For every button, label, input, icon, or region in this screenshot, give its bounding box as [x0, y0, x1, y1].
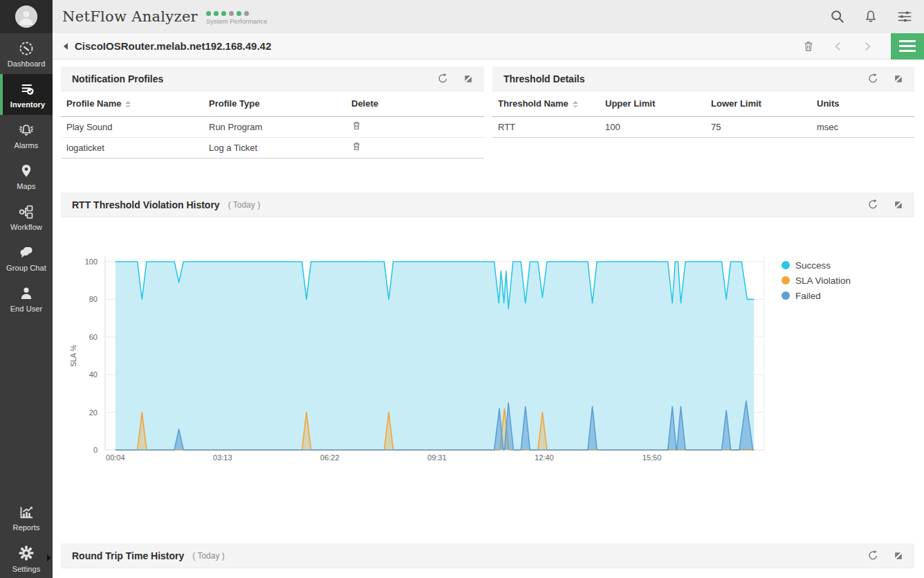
legend-dot-icon: [782, 291, 790, 300]
next-device-button[interactable]: [862, 41, 873, 52]
table-row: Play Sound Run Program: [61, 116, 484, 137]
person-icon: [18, 285, 35, 302]
status-dot-icon: [229, 11, 234, 16]
sidebar-item-alarms[interactable]: Alarms: [0, 115, 53, 156]
avatar[interactable]: [15, 6, 37, 28]
gauge-icon: [18, 40, 35, 57]
inventory-list-check-icon: [19, 81, 36, 98]
notifications-button[interactable]: [863, 9, 878, 24]
panel-title: Notification Profiles: [72, 73, 163, 84]
panel-title: Round Trip Time History: [72, 550, 184, 561]
delete-profile-button[interactable]: [351, 141, 362, 152]
trash-icon: [802, 40, 815, 53]
settings-flyout-arrow-icon[interactable]: [47, 554, 51, 561]
sidebar-item-end-user[interactable]: End User: [0, 278, 53, 319]
app-root: Dashboard Inventory Alarms: [0, 0, 924, 578]
delete-device-button[interactable]: [802, 40, 815, 53]
sidebar-item-group-chat[interactable]: Group Chat: [0, 237, 53, 278]
expand-button[interactable]: [894, 199, 903, 210]
cell-profile-type: Log a Ticket: [203, 137, 346, 158]
chevron-left-icon: [833, 41, 844, 52]
delete-profile-button[interactable]: [351, 120, 362, 131]
logo-subtitle: System Performance: [206, 17, 268, 25]
device-title: CiscoIOSRouter.melab.net192.168.49.42: [75, 40, 271, 52]
status-dot-icon: [244, 11, 249, 16]
refresh-icon: [867, 199, 878, 210]
column-header-profile-name[interactable]: Profile Name: [61, 91, 203, 116]
refresh-icon: [436, 73, 448, 84]
svg-text:SLA %: SLA %: [69, 345, 77, 367]
notification-profiles-table: Profile Name Profile Type Delete Play So…: [61, 91, 484, 159]
svg-text:15:50: 15:50: [643, 453, 662, 462]
svg-text:12:40: 12:40: [535, 453, 554, 462]
status-dot-icon: [237, 11, 241, 16]
svg-text:80: 80: [89, 295, 98, 303]
prev-device-button[interactable]: [833, 41, 844, 52]
sort-arrows-icon: [125, 101, 131, 108]
svg-text:09:31: 09:31: [427, 453, 447, 462]
cell-profile-type: Run Program: [203, 116, 346, 137]
filter-sliders-button[interactable]: [896, 9, 913, 24]
cell-lower-limit: 75: [705, 116, 811, 137]
legend-label: Failed: [795, 291, 821, 301]
cell-units: msec: [811, 116, 914, 137]
refresh-button[interactable]: [867, 73, 878, 84]
sidebar-item-label: End User: [10, 305, 43, 313]
hamburger-menu-button[interactable]: [891, 33, 924, 60]
table-row: RTT 100 75 msec: [492, 116, 914, 137]
svg-text:06:22: 06:22: [320, 453, 340, 462]
legend-dot-icon: [782, 261, 790, 269]
svg-text:0: 0: [93, 446, 98, 454]
sidebar-item-maps[interactable]: Maps: [0, 156, 53, 197]
sidebar-item-label: Dashboard: [8, 60, 46, 68]
column-header-units[interactable]: Units: [811, 91, 914, 116]
expand-button[interactable]: [894, 550, 903, 561]
expand-button[interactable]: [463, 73, 473, 84]
sidebar-item-dashboard[interactable]: Dashboard: [0, 33, 53, 74]
refresh-button[interactable]: [867, 199, 878, 210]
bell-icon: [863, 9, 878, 24]
refresh-icon: [867, 550, 878, 561]
sidebar-item-reports[interactable]: Reports: [0, 497, 53, 538]
threshold-details-table: Threshold Name Upper Limit Lower Limit U…: [492, 91, 914, 138]
sidebar-item-settings[interactable]: Settings: [0, 538, 53, 578]
sidebar-item-label: Group Chat: [6, 264, 46, 272]
sidebar-item-label: Settings: [12, 565, 41, 573]
trash-icon: [351, 141, 362, 152]
user-avatar-icon: [15, 6, 37, 28]
refresh-button[interactable]: [867, 550, 878, 561]
column-header-profile-type[interactable]: Profile Type: [203, 91, 346, 116]
breadcrumb-actions: [802, 33, 924, 60]
alarm-bell-icon: [18, 122, 35, 138]
legend-item[interactable]: Success: [782, 258, 851, 273]
search-button[interactable]: [830, 9, 845, 24]
panel-title: RTT Threshold Violation History: [72, 199, 220, 210]
svg-text:00:04: 00:04: [106, 453, 125, 462]
sidebar-item-label: Reports: [12, 523, 39, 532]
sidebar-item-label: Workflow: [10, 223, 42, 231]
svg-text:40: 40: [89, 370, 98, 379]
legend-item[interactable]: Failed: [782, 288, 851, 303]
expand-button[interactable]: [894, 73, 903, 84]
chart-legend: SuccessSLA ViolationFailed: [782, 258, 851, 303]
back-arrow-icon[interactable]: [64, 43, 68, 50]
column-header-threshold-name[interactable]: Threshold Name: [492, 91, 600, 116]
sidebar-item-label: Alarms: [15, 141, 39, 150]
header-actions: [830, 9, 913, 24]
column-header-upper-limit[interactable]: Upper Limit: [600, 91, 705, 116]
report-chart-icon: [18, 504, 35, 521]
filter-sliders-icon: [896, 9, 913, 24]
refresh-button[interactable]: [436, 73, 448, 84]
sidebar-item-workflow[interactable]: Workflow: [0, 197, 53, 237]
status-dots: [206, 11, 268, 16]
sort-arrows-icon: [573, 101, 578, 108]
search-icon: [830, 9, 845, 24]
sidebar-item-inventory[interactable]: Inventory: [0, 74, 53, 115]
chevron-right-icon: [862, 41, 873, 52]
legend-item[interactable]: SLA Violation: [782, 273, 851, 288]
column-header-lower-limit[interactable]: Lower Limit: [705, 91, 811, 116]
status-dot-icon: [221, 11, 226, 16]
avatar-strip: [0, 0, 53, 33]
sidebar: Dashboard Inventory Alarms: [0, 0, 53, 578]
status-dot-icon: [214, 11, 219, 16]
